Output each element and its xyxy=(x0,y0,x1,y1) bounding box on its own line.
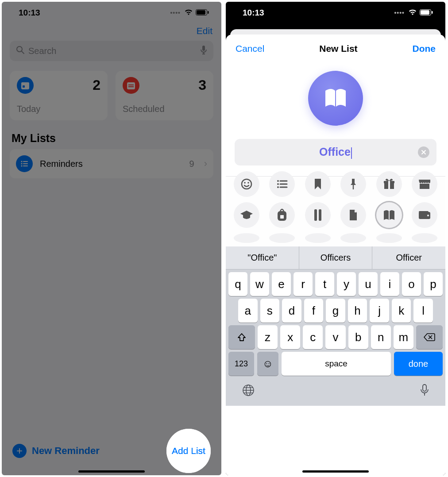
status-time: 10:13 xyxy=(19,8,40,18)
gift-icon[interactable] xyxy=(376,171,402,197)
svg-point-15 xyxy=(21,163,22,164)
search-input[interactable]: Search xyxy=(10,41,213,61)
wallet-icon[interactable] xyxy=(412,202,437,228)
svg-rect-9 xyxy=(21,82,29,85)
key-x[interactable]: x xyxy=(280,325,300,349)
list-name-input[interactable]: Office xyxy=(235,139,436,165)
new-list-sheet: Cancel New List Done Office xyxy=(226,35,445,475)
shift-key[interactable] xyxy=(228,325,255,349)
key-w[interactable]: w xyxy=(250,272,269,296)
pin-icon[interactable] xyxy=(340,171,366,197)
key-o[interactable]: o xyxy=(402,272,421,296)
store-icon[interactable] xyxy=(412,171,437,197)
svg-point-30 xyxy=(277,186,279,188)
svg-rect-21 xyxy=(421,10,429,15)
key-r[interactable]: r xyxy=(294,272,313,296)
id-icon[interactable] xyxy=(234,233,259,243)
svg-point-3 xyxy=(17,46,22,52)
key-f[interactable]: f xyxy=(304,299,324,323)
emoji-key[interactable]: ☺ xyxy=(257,352,278,376)
keyboard-done-key[interactable]: done xyxy=(394,352,443,376)
suggestion-bar: "Office" Officers Officer xyxy=(226,246,445,269)
add-list-button[interactable]: Add List xyxy=(172,446,205,456)
home-indicator[interactable] xyxy=(78,470,145,473)
key-i[interactable]: i xyxy=(380,272,399,296)
key-v[interactable]: v xyxy=(325,325,345,349)
key-s[interactable]: s xyxy=(260,299,280,323)
key-z[interactable]: z xyxy=(258,325,278,349)
key-g[interactable]: g xyxy=(326,299,345,323)
utensils-icon[interactable] xyxy=(305,233,331,243)
key-a[interactable]: a xyxy=(238,299,258,323)
svg-point-26 xyxy=(244,182,246,184)
dictation-icon[interactable] xyxy=(420,384,429,399)
new-reminder-button[interactable]: + New Reminder xyxy=(12,444,100,458)
my-lists-header: My Lists xyxy=(2,129,221,149)
suggestion-2[interactable]: Officers xyxy=(299,246,373,269)
key-y[interactable]: y xyxy=(337,272,356,296)
svg-rect-1 xyxy=(197,10,205,15)
keyboard: "Office" Officers Officer q w e r t y u … xyxy=(226,246,445,406)
today-card[interactable]: 2 Today xyxy=(10,71,108,120)
key-b[interactable]: b xyxy=(348,325,368,349)
cellular-dots-icon: •••• xyxy=(394,9,405,16)
key-q[interactable]: q xyxy=(228,272,247,296)
key-j[interactable]: j xyxy=(370,299,389,323)
status-bar: 10:13 •••• xyxy=(226,2,445,24)
reminders-home-screen: 10:13 •••• Edit Search 2 xyxy=(2,2,221,475)
dictation-icon[interactable] xyxy=(200,45,207,57)
key-e[interactable]: e xyxy=(272,272,291,296)
list-bullet-icon xyxy=(16,155,33,172)
list-item-reminders[interactable]: Reminders 9 › xyxy=(10,149,213,178)
keyboard-row-4: 123 ☺ space done xyxy=(226,349,445,379)
key-l[interactable]: l xyxy=(413,299,433,323)
globe-icon[interactable] xyxy=(242,384,255,399)
svg-rect-5 xyxy=(202,46,205,51)
home-indicator[interactable] xyxy=(302,470,369,473)
fork-icon[interactable] xyxy=(376,233,402,243)
key-n[interactable]: n xyxy=(371,325,391,349)
glyph-picker[interactable] xyxy=(226,176,445,246)
key-h[interactable]: h xyxy=(348,299,367,323)
svg-rect-54 xyxy=(423,385,426,391)
key-d[interactable]: d xyxy=(282,299,301,323)
scheduled-card[interactable]: 3 Scheduled xyxy=(116,71,213,120)
edit-button[interactable]: Edit xyxy=(197,26,212,36)
done-button[interactable]: Done xyxy=(412,43,436,54)
ruler-icon[interactable] xyxy=(305,202,331,228)
svg-rect-37 xyxy=(388,181,390,189)
clear-text-button[interactable] xyxy=(418,146,429,158)
cancel-button[interactable]: Cancel xyxy=(236,43,264,54)
key-t[interactable]: t xyxy=(315,272,334,296)
smiley-icon[interactable] xyxy=(234,171,259,197)
suggestion-3[interactable]: Officer xyxy=(372,246,445,269)
today-count: 2 xyxy=(93,77,100,93)
search-icon xyxy=(16,46,25,56)
bookmark-icon[interactable] xyxy=(305,171,331,197)
svg-rect-11 xyxy=(127,82,135,89)
backpack-icon[interactable] xyxy=(269,202,295,228)
suggestion-1[interactable]: "Office" xyxy=(226,246,299,269)
running-icon[interactable] xyxy=(340,233,366,243)
backspace-key[interactable] xyxy=(416,325,443,349)
list-name: Reminders xyxy=(40,159,182,169)
book-icon[interactable] xyxy=(376,202,402,228)
document-icon[interactable] xyxy=(340,202,366,228)
wifi-icon xyxy=(408,8,417,18)
key-p[interactable]: p xyxy=(424,272,443,296)
svg-point-28 xyxy=(277,180,279,182)
card-icon[interactable] xyxy=(269,233,295,243)
wine-icon[interactable] xyxy=(412,233,437,243)
graduation-icon[interactable] xyxy=(234,202,259,228)
list-icon[interactable] xyxy=(269,171,295,197)
key-k[interactable]: k xyxy=(392,299,411,323)
key-u[interactable]: u xyxy=(359,272,378,296)
key-m[interactable]: m xyxy=(394,325,413,349)
svg-point-27 xyxy=(247,182,249,184)
key-c[interactable]: c xyxy=(303,325,323,349)
space-key[interactable]: space xyxy=(282,352,391,376)
numbers-key[interactable]: 123 xyxy=(228,352,254,376)
calendar-scheduled-icon xyxy=(123,77,139,94)
today-label: Today xyxy=(17,104,100,114)
list-count: 9 xyxy=(189,159,194,169)
